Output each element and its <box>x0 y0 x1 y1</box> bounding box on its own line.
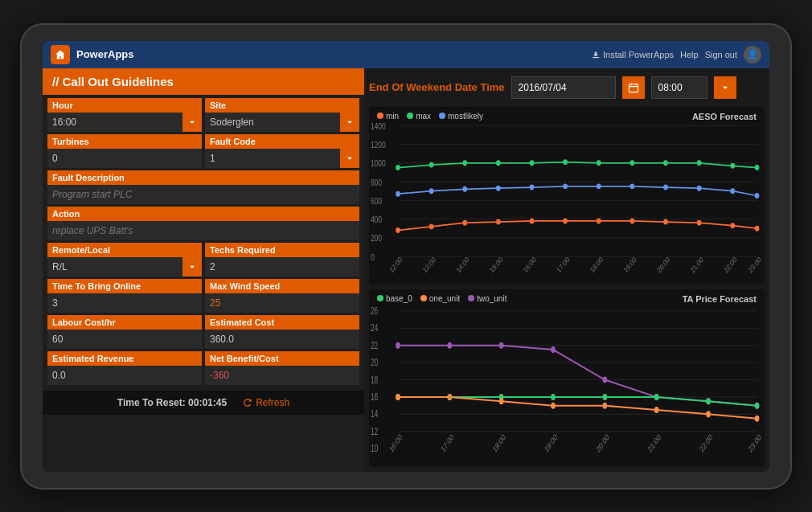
signout-button[interactable]: Sign out <box>705 50 737 59</box>
remote-local-label: Remote/Local <box>47 243 202 257</box>
svg-point-47 <box>462 219 467 225</box>
svg-point-97 <box>551 393 556 399</box>
calendar-icon[interactable] <box>622 76 645 99</box>
fault-code-dropdown[interactable] <box>340 149 359 168</box>
svg-point-104 <box>499 398 504 404</box>
svg-text:18: 18 <box>371 375 379 385</box>
labour-cost-field: Labour Cost/hr 60 <box>47 315 202 349</box>
svg-text:19:00: 19:00 <box>622 255 638 274</box>
svg-point-45 <box>396 227 400 233</box>
fault-code-label: Fault Code <box>205 134 359 149</box>
site-field: Site Soderglen <box>205 98 359 132</box>
svg-point-46 <box>429 223 434 229</box>
time-online-value[interactable]: 3 <box>47 293 202 313</box>
action-value[interactable]: replace UPS Batt's <box>47 221 359 240</box>
svg-point-25 <box>530 160 535 166</box>
svg-point-106 <box>602 402 607 408</box>
labour-cost-value[interactable]: 60 <box>47 330 202 349</box>
svg-text:22:00: 22:00 <box>723 255 739 274</box>
svg-text:1400: 1400 <box>371 121 386 131</box>
install-button[interactable]: Install PowerApps <box>591 50 674 59</box>
fault-code-value[interactable]: 1 <box>205 149 359 168</box>
svg-text:20:00: 20:00 <box>595 432 610 454</box>
ta-price-forecast-chart: base_0 one_unit two_unit TA Price Foreca… <box>369 289 765 467</box>
fault-code-field: Fault Code 1 <box>205 134 359 168</box>
svg-point-33 <box>396 190 400 196</box>
est-revenue-value[interactable]: 0.0 <box>47 366 202 385</box>
net-benefit-field: Net Benefit/Cost -360 <box>205 351 359 385</box>
time-input[interactable]: 08:00 <box>651 76 707 99</box>
svg-point-27 <box>597 160 601 166</box>
date-input[interactable]: 2016/07/04 <box>511 76 616 99</box>
techs-required-value[interactable]: 2 <box>205 257 359 276</box>
aeso-forecast-chart: min max mostlikely AESO Forecast <box>369 107 765 285</box>
svg-text:16: 16 <box>371 391 379 402</box>
form-section: Hour 16:00 Site Soderglen <box>43 95 364 391</box>
est-cost-field: Estimated Cost 360.0 <box>205 315 359 349</box>
fault-desc-value[interactable]: Program start PLC <box>47 185 359 204</box>
svg-text:23:00: 23:00 <box>747 255 763 274</box>
site-dropdown[interactable] <box>340 113 359 132</box>
turbines-value[interactable]: 0 <box>47 149 202 168</box>
nav-right: Install PowerApps Help Sign out 👤 <box>591 46 761 63</box>
techs-required-label: Techs Required <box>205 243 359 257</box>
right-panel: End Of Weekend Date Time 2016/07/04 08:0… <box>364 68 769 472</box>
hour-value[interactable]: 16:00 <box>47 113 202 132</box>
svg-point-89 <box>551 346 556 352</box>
svg-text:600: 600 <box>371 196 382 206</box>
fault-desc-field: Fault Description Program start PLC <box>47 170 359 204</box>
svg-point-24 <box>496 160 501 166</box>
time-dropdown-button[interactable] <box>714 76 736 99</box>
svg-point-28 <box>630 160 635 166</box>
est-revenue-label: Estimated Revenue <box>47 351 202 366</box>
svg-point-21 <box>396 165 400 170</box>
user-avatar[interactable]: 👤 <box>744 46 761 63</box>
turbines-fault-row: Turbines 0 Fault Code 1 <box>47 134 359 168</box>
max-wind-field: Max Wind Speed 25 <box>205 279 359 313</box>
svg-point-26 <box>563 159 568 165</box>
remote-local-dropdown[interactable] <box>182 257 202 276</box>
time-online-label: Time To Bring Online <box>47 279 202 293</box>
svg-point-50 <box>563 218 568 223</box>
max-wind-value[interactable]: 25 <box>205 293 359 313</box>
svg-point-32 <box>755 165 760 170</box>
svg-text:1200: 1200 <box>371 140 386 150</box>
svg-point-103 <box>447 393 452 399</box>
svg-point-101 <box>755 402 760 408</box>
help-button[interactable]: Help <box>680 50 699 59</box>
svg-point-107 <box>654 406 659 412</box>
svg-point-31 <box>730 162 735 168</box>
net-benefit-label: Net Benefit/Cost <box>205 351 359 366</box>
refresh-button[interactable]: Refresh <box>243 397 289 408</box>
net-benefit-value[interactable]: -360 <box>205 366 359 385</box>
svg-point-41 <box>663 184 668 190</box>
svg-point-109 <box>755 415 760 421</box>
est-cost-label: Estimated Cost <box>205 315 359 330</box>
est-cost-value[interactable]: 360.0 <box>205 330 359 349</box>
svg-text:400: 400 <box>371 215 382 224</box>
remote-local-value[interactable]: R/L <box>47 257 202 276</box>
chart2-svg: 26 24 22 20 18 16 14 12 10 <box>369 289 765 467</box>
svg-point-34 <box>429 188 434 194</box>
home-button[interactable] <box>51 45 70 64</box>
svg-text:20:00: 20:00 <box>655 255 671 274</box>
site-label: Site <box>205 98 359 113</box>
site-value[interactable]: Soderglen <box>205 113 359 132</box>
top-nav: PowerApps Install PowerApps Help Sign ou… <box>43 41 769 68</box>
fault-desc-label: Fault Description <box>47 170 359 185</box>
remote-techs-row: Remote/Local R/L Techs Required <box>47 243 359 276</box>
action-label: Action <box>47 207 359 221</box>
svg-text:20: 20 <box>371 357 379 367</box>
svg-text:12: 12 <box>371 426 379 436</box>
status-bar: Time To Reset: 00:01:45 Refresh <box>43 391 364 415</box>
svg-point-38 <box>563 183 568 189</box>
hour-dropdown[interactable] <box>182 113 202 132</box>
techs-required-field: Techs Required 2 <box>205 243 359 276</box>
svg-point-108 <box>706 411 711 417</box>
svg-text:23:00: 23:00 <box>747 432 762 454</box>
svg-point-90 <box>602 376 607 383</box>
screen: PowerApps Install PowerApps Help Sign ou… <box>43 41 769 472</box>
left-panel: // Call Out Guidelines Hour 16:00 <box>43 68 364 472</box>
svg-rect-0 <box>593 57 599 58</box>
svg-point-56 <box>755 225 760 231</box>
